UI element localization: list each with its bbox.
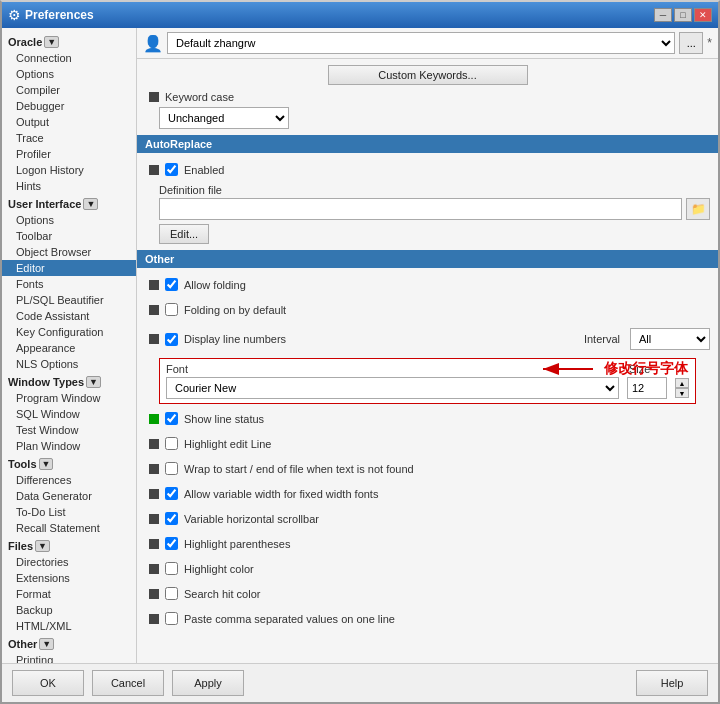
search-hit-color-checkbox-row: Search hit color	[165, 587, 260, 600]
sidebar-item-program-window[interactable]: Program Window	[2, 390, 136, 406]
highlight-color-checkbox[interactable]	[165, 562, 178, 575]
sidebar-item-key-configuration[interactable]: Key Configuration	[2, 324, 136, 340]
keyword-case-row: Keyword case	[145, 91, 710, 103]
apply-button[interactable]: Apply	[172, 670, 244, 696]
preferences-window: ⚙ Preferences ─ □ ✕ Oracle ▼ Connection …	[0, 0, 720, 704]
keyword-case-indicator	[149, 92, 159, 102]
highlight-parentheses-row: Highlight parentheses	[145, 533, 710, 554]
edit-button[interactable]: Edit...	[159, 224, 209, 244]
minimize-button[interactable]: ─	[654, 8, 672, 22]
wrap-to-start-label: Wrap to start / end of file when text is…	[184, 463, 414, 475]
other-expand-btn[interactable]: ▼	[39, 638, 54, 650]
sidebar-item-recall-statement[interactable]: Recall Statement	[2, 520, 136, 536]
folding-on-default-label: Folding on by default	[184, 304, 286, 316]
allow-folding-checkbox[interactable]	[165, 278, 178, 291]
definition-file-label: Definition file	[159, 184, 710, 196]
close-button[interactable]: ✕	[694, 8, 712, 22]
sidebar-item-code-assistant[interactable]: Code Assistant	[2, 308, 136, 324]
paste-comma-checkbox-row: Paste comma separated values on one line	[165, 612, 395, 625]
sidebar-item-extensions[interactable]: Extensions	[2, 570, 136, 586]
highlight-parentheses-label: Highlight parentheses	[184, 538, 290, 550]
variable-horizontal-label: Variable horizontal scrollbar	[184, 513, 319, 525]
sidebar-item-profiler[interactable]: Profiler	[2, 146, 136, 162]
definition-file-row: Definition file 📁	[159, 184, 710, 220]
cancel-button[interactable]: Cancel	[92, 670, 164, 696]
sidebar-item-backup[interactable]: Backup	[2, 602, 136, 618]
sidebar-item-plan-window[interactable]: Plan Window	[2, 438, 136, 454]
oracle-expand-btn[interactable]: ▼	[44, 36, 59, 48]
window-title: Preferences	[25, 8, 94, 22]
profile-select[interactable]: Default zhangrw	[167, 32, 675, 54]
folding-on-default-checkbox[interactable]	[165, 303, 178, 316]
window-icon: ⚙	[8, 7, 21, 23]
autoreplace-section-header: AutoReplace	[137, 135, 718, 153]
browse-folder-button[interactable]: 📁	[686, 198, 710, 220]
tools-expand-btn[interactable]: ▼	[39, 458, 54, 470]
display-line-numbers-checkbox[interactable]	[165, 333, 178, 346]
display-line-numbers-label: Display line numbers	[184, 333, 286, 345]
sidebar-item-format[interactable]: Format	[2, 586, 136, 602]
definition-file-input[interactable]	[159, 198, 682, 220]
annotation-container: 修改行号字体	[538, 354, 688, 384]
sidebar-item-debugger[interactable]: Debugger	[2, 98, 136, 114]
sidebar-item-todo-list[interactable]: To-Do List	[2, 504, 136, 520]
sidebar-item-ui-options[interactable]: Options	[2, 212, 136, 228]
wrap-to-start-indicator	[149, 464, 159, 474]
show-line-status-checkbox[interactable]	[165, 412, 178, 425]
sidebar-item-editor[interactable]: Editor	[2, 260, 136, 276]
user-interface-expand-btn[interactable]: ▼	[83, 198, 98, 210]
sidebar-item-object-browser[interactable]: Object Browser	[2, 244, 136, 260]
sidebar-item-differences[interactable]: Differences	[2, 472, 136, 488]
autoreplace-enabled-checkbox[interactable]	[165, 163, 178, 176]
sidebar-item-options[interactable]: Options	[2, 66, 136, 82]
wrap-to-start-checkbox-row: Wrap to start / end of file when text is…	[165, 462, 414, 475]
keyword-case-select[interactable]: Unchanged Upper Lower Initcap	[159, 107, 289, 129]
sidebar-item-printing[interactable]: Printing	[2, 652, 136, 663]
title-bar-buttons: ─ □ ✕	[654, 8, 712, 22]
sidebar-item-fonts[interactable]: Fonts	[2, 276, 136, 292]
wrap-to-start-checkbox[interactable]	[165, 462, 178, 475]
main-panel: 👤 Default zhangrw ... * Custom Keywords.…	[137, 28, 718, 663]
search-hit-color-indicator	[149, 589, 159, 599]
sidebar-item-nls-options[interactable]: NLS Options	[2, 356, 136, 372]
files-expand-btn[interactable]: ▼	[35, 540, 50, 552]
sidebar-item-html-xml[interactable]: HTML/XML	[2, 618, 136, 634]
profile-icon: 👤	[143, 34, 163, 53]
allow-folding-indicator	[149, 280, 159, 290]
maximize-button[interactable]: □	[674, 8, 692, 22]
sidebar-item-logon-history[interactable]: Logon History	[2, 162, 136, 178]
custom-keywords-button[interactable]: Custom Keywords...	[328, 65, 528, 85]
sidebar-item-directories[interactable]: Directories	[2, 554, 136, 570]
sidebar-item-data-generator[interactable]: Data Generator	[2, 488, 136, 504]
other-section-header: Other	[137, 250, 718, 268]
variable-horizontal-checkbox[interactable]	[165, 512, 178, 525]
window-types-expand-btn[interactable]: ▼	[86, 376, 101, 388]
highlight-color-row: Highlight color	[145, 558, 710, 579]
sidebar-item-appearance[interactable]: Appearance	[2, 340, 136, 356]
sidebar-group-tools: Tools ▼	[2, 454, 136, 472]
sidebar-item-test-window[interactable]: Test Window	[2, 422, 136, 438]
sidebar-item-sql-window[interactable]: SQL Window	[2, 406, 136, 422]
ellipsis-button[interactable]: ...	[679, 32, 703, 54]
annotation-arrow-svg	[538, 354, 598, 384]
sidebar-item-toolbar[interactable]: Toolbar	[2, 228, 136, 244]
paste-comma-checkbox[interactable]	[165, 612, 178, 625]
sidebar-item-output[interactable]: Output	[2, 114, 136, 130]
help-button[interactable]: Help	[636, 670, 708, 696]
search-hit-color-label: Search hit color	[184, 588, 260, 600]
highlight-parentheses-checkbox[interactable]	[165, 537, 178, 550]
sidebar-group-other: Other ▼	[2, 634, 136, 652]
font-size-down-button[interactable]: ▼	[675, 388, 689, 398]
sidebar-item-plsql-beautifier[interactable]: PL/SQL Beautifier	[2, 292, 136, 308]
allow-variable-width-checkbox[interactable]	[165, 487, 178, 500]
sidebar-item-trace[interactable]: Trace	[2, 130, 136, 146]
sidebar-item-connection[interactable]: Connection	[2, 50, 136, 66]
sidebar-item-hints[interactable]: Hints	[2, 178, 136, 194]
folding-on-default-indicator	[149, 305, 159, 315]
interval-select[interactable]: All 5 10	[630, 328, 710, 350]
highlight-edit-line-checkbox[interactable]	[165, 437, 178, 450]
search-hit-color-checkbox[interactable]	[165, 587, 178, 600]
ok-button[interactable]: OK	[12, 670, 84, 696]
sidebar-item-compiler[interactable]: Compiler	[2, 82, 136, 98]
highlight-edit-line-checkbox-row: Highlight edit Line	[165, 437, 271, 450]
